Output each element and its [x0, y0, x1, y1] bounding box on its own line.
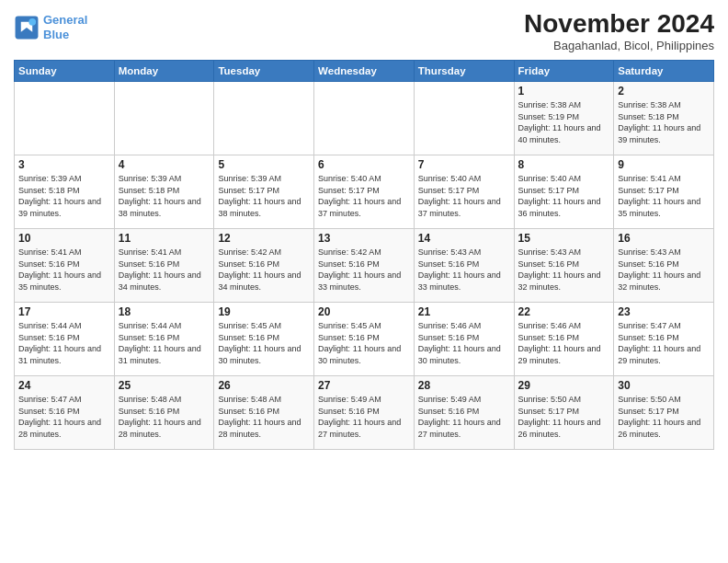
day-number: 10 — [18, 232, 110, 245]
svg-point-2 — [28, 17, 36, 25]
day-number: 21 — [418, 305, 510, 318]
day-number: 7 — [418, 158, 510, 171]
day-info: Sunrise: 5:46 AM Sunset: 5:16 PM Dayligh… — [418, 320, 510, 366]
table-row: 6Sunrise: 5:40 AM Sunset: 5:17 PM Daylig… — [314, 155, 415, 229]
day-info: Sunrise: 5:48 AM Sunset: 5:16 PM Dayligh… — [119, 394, 210, 440]
table-row: 24Sunrise: 5:47 AM Sunset: 5:16 PM Dayli… — [15, 376, 115, 450]
col-tuesday: Tuesday — [214, 61, 314, 82]
calendar-week-row: 1Sunrise: 5:38 AM Sunset: 5:19 PM Daylig… — [15, 82, 714, 155]
table-row: 25Sunrise: 5:48 AM Sunset: 5:16 PM Dayli… — [114, 376, 214, 450]
table-row: 26Sunrise: 5:48 AM Sunset: 5:16 PM Dayli… — [214, 376, 314, 450]
day-info: Sunrise: 5:47 AM Sunset: 5:16 PM Dayligh… — [618, 320, 710, 366]
table-row: 23Sunrise: 5:47 AM Sunset: 5:16 PM Dayli… — [614, 303, 714, 376]
day-info: Sunrise: 5:39 AM Sunset: 5:18 PM Dayligh… — [119, 173, 210, 219]
logo-line2: Blue — [43, 28, 69, 41]
day-info: Sunrise: 5:40 AM Sunset: 5:17 PM Dayligh… — [518, 173, 610, 219]
day-number: 23 — [618, 305, 710, 318]
day-number: 6 — [318, 158, 410, 171]
day-info: Sunrise: 5:41 AM Sunset: 5:16 PM Dayligh… — [18, 247, 110, 293]
header: General Blue November 2024 Bagahanlad, B… — [14, 9, 714, 52]
table-row: 22Sunrise: 5:46 AM Sunset: 5:16 PM Dayli… — [514, 303, 614, 376]
day-number: 11 — [119, 232, 210, 245]
day-number: 8 — [518, 158, 610, 171]
day-info: Sunrise: 5:45 AM Sunset: 5:16 PM Dayligh… — [218, 320, 310, 366]
title-block: November 2024 Bagahanlad, Bicol, Philipp… — [524, 9, 714, 52]
day-info: Sunrise: 5:44 AM Sunset: 5:16 PM Dayligh… — [119, 320, 210, 366]
table-row: 17Sunrise: 5:44 AM Sunset: 5:16 PM Dayli… — [15, 303, 115, 376]
day-info: Sunrise: 5:44 AM Sunset: 5:16 PM Dayligh… — [18, 320, 110, 366]
table-row: 21Sunrise: 5:46 AM Sunset: 5:16 PM Dayli… — [414, 303, 514, 376]
table-row: 14Sunrise: 5:43 AM Sunset: 5:16 PM Dayli… — [414, 229, 514, 303]
table-row — [414, 82, 514, 155]
day-info: Sunrise: 5:49 AM Sunset: 5:16 PM Dayligh… — [418, 394, 510, 440]
table-row — [114, 82, 214, 155]
day-number: 29 — [518, 379, 610, 392]
day-info: Sunrise: 5:42 AM Sunset: 5:16 PM Dayligh… — [318, 247, 410, 293]
table-row: 7Sunrise: 5:40 AM Sunset: 5:17 PM Daylig… — [414, 155, 514, 229]
day-info: Sunrise: 5:41 AM Sunset: 5:16 PM Dayligh… — [119, 247, 210, 293]
col-monday: Monday — [114, 61, 214, 82]
day-info: Sunrise: 5:43 AM Sunset: 5:16 PM Dayligh… — [418, 247, 510, 293]
day-info: Sunrise: 5:43 AM Sunset: 5:16 PM Dayligh… — [618, 247, 710, 293]
logo-line1: General — [43, 13, 87, 27]
col-thursday: Thursday — [414, 61, 514, 82]
table-row: 9Sunrise: 5:41 AM Sunset: 5:17 PM Daylig… — [614, 155, 714, 229]
col-friday: Friday — [514, 61, 614, 82]
day-number: 13 — [318, 232, 410, 245]
day-info: Sunrise: 5:38 AM Sunset: 5:18 PM Dayligh… — [618, 99, 710, 145]
day-number: 25 — [119, 379, 210, 392]
table-row: 4Sunrise: 5:39 AM Sunset: 5:18 PM Daylig… — [114, 155, 214, 229]
day-number: 1 — [518, 85, 610, 98]
table-row: 19Sunrise: 5:45 AM Sunset: 5:16 PM Dayli… — [214, 303, 314, 376]
col-sunday: Sunday — [15, 61, 115, 82]
page-container: General Blue November 2024 Bagahanlad, B… — [0, 0, 728, 459]
day-number: 5 — [218, 158, 310, 171]
logo-icon — [14, 15, 40, 40]
day-number: 19 — [218, 305, 310, 318]
logo: General Blue — [14, 13, 87, 41]
table-row: 13Sunrise: 5:42 AM Sunset: 5:16 PM Dayli… — [314, 229, 415, 303]
table-row — [314, 82, 415, 155]
day-info: Sunrise: 5:50 AM Sunset: 5:17 PM Dayligh… — [618, 394, 710, 440]
day-info: Sunrise: 5:39 AM Sunset: 5:17 PM Dayligh… — [218, 173, 310, 219]
calendar-week-row: 17Sunrise: 5:44 AM Sunset: 5:16 PM Dayli… — [15, 303, 714, 376]
day-info: Sunrise: 5:38 AM Sunset: 5:19 PM Dayligh… — [518, 99, 610, 145]
table-row — [15, 82, 115, 155]
day-number: 3 — [18, 158, 110, 171]
table-row: 1Sunrise: 5:38 AM Sunset: 5:19 PM Daylig… — [514, 82, 614, 155]
calendar-week-row: 24Sunrise: 5:47 AM Sunset: 5:16 PM Dayli… — [15, 376, 714, 450]
table-row: 30Sunrise: 5:50 AM Sunset: 5:17 PM Dayli… — [614, 376, 714, 450]
day-info: Sunrise: 5:43 AM Sunset: 5:16 PM Dayligh… — [518, 247, 610, 293]
table-row: 3Sunrise: 5:39 AM Sunset: 5:18 PM Daylig… — [15, 155, 115, 229]
day-number: 17 — [18, 305, 110, 318]
day-number: 27 — [318, 379, 410, 392]
day-number: 12 — [218, 232, 310, 245]
logo-text: General Blue — [43, 13, 87, 41]
day-number: 28 — [418, 379, 510, 392]
day-number: 24 — [18, 379, 110, 392]
day-info: Sunrise: 5:48 AM Sunset: 5:16 PM Dayligh… — [218, 394, 310, 440]
day-number: 22 — [518, 305, 610, 318]
day-info: Sunrise: 5:41 AM Sunset: 5:17 PM Dayligh… — [618, 173, 710, 219]
page-subtitle: Bagahanlad, Bicol, Philippines — [524, 39, 714, 52]
table-row: 29Sunrise: 5:50 AM Sunset: 5:17 PM Dayli… — [514, 376, 614, 450]
day-info: Sunrise: 5:49 AM Sunset: 5:16 PM Dayligh… — [318, 394, 410, 440]
day-info: Sunrise: 5:42 AM Sunset: 5:16 PM Dayligh… — [218, 247, 310, 293]
table-row: 2Sunrise: 5:38 AM Sunset: 5:18 PM Daylig… — [614, 82, 714, 155]
page-title: November 2024 — [524, 9, 714, 39]
day-number: 26 — [218, 379, 310, 392]
table-row: 18Sunrise: 5:44 AM Sunset: 5:16 PM Dayli… — [114, 303, 214, 376]
day-number: 20 — [318, 305, 410, 318]
day-info: Sunrise: 5:39 AM Sunset: 5:18 PM Dayligh… — [18, 173, 110, 219]
day-number: 14 — [418, 232, 510, 245]
day-number: 9 — [618, 158, 710, 171]
table-row: 16Sunrise: 5:43 AM Sunset: 5:16 PM Dayli… — [614, 229, 714, 303]
calendar-header-row: Sunday Monday Tuesday Wednesday Thursday… — [15, 61, 714, 82]
day-number: 2 — [618, 85, 710, 98]
day-info: Sunrise: 5:40 AM Sunset: 5:17 PM Dayligh… — [318, 173, 410, 219]
day-number: 16 — [618, 232, 710, 245]
table-row: 11Sunrise: 5:41 AM Sunset: 5:16 PM Dayli… — [114, 229, 214, 303]
table-row — [214, 82, 314, 155]
calendar-week-row: 3Sunrise: 5:39 AM Sunset: 5:18 PM Daylig… — [15, 155, 714, 229]
day-number: 30 — [618, 379, 710, 392]
